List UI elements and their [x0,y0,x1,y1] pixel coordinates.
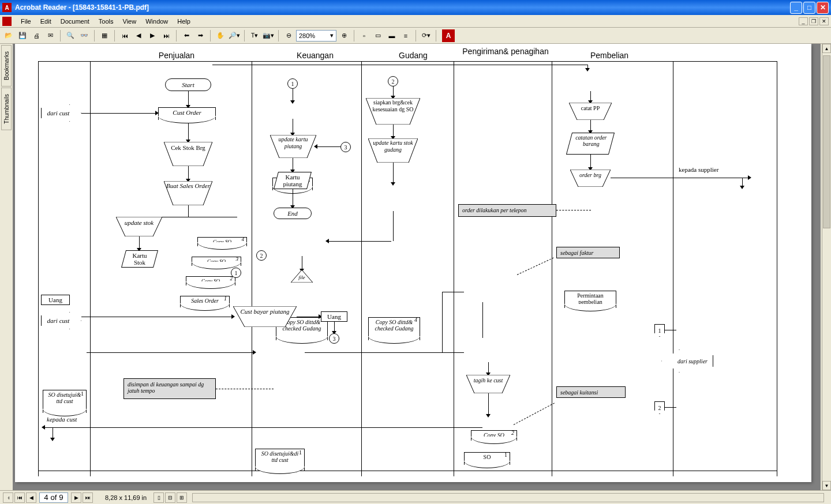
node-tagih-text: tagih ke cust [466,377,510,384]
search-icon[interactable]: 👓 [78,29,91,42]
window-title: Acrobat Reader - [15843-15841-1-PB.pdf] [15,3,789,12]
menu-file[interactable]: File [16,17,36,26]
app-icon: A [2,3,12,12]
nav-pane-icon[interactable]: ▦ [98,29,111,42]
menu-document[interactable]: Document [56,17,94,26]
scroll-up-icon[interactable]: ▲ [822,44,831,53]
next-page-status[interactable]: ▶ [71,492,81,503]
note-order: order dilakukan per telepon [458,204,556,217]
node-copy-so2: 2Copy SO [186,276,235,285]
layout3-icon[interactable]: ⊞ [177,492,187,503]
node-order-brg-text: order brg [570,172,611,179]
save-icon[interactable]: 💾 [16,29,29,42]
first-page-status[interactable]: ⏮ [14,492,25,503]
node-dari-cust2: dari cust [41,312,81,329]
horizontal-scrollbar[interactable] [192,493,824,502]
node-uang-in: Uang [41,295,70,305]
node-update-piutang-text: update kartu piutang [270,136,316,149]
fit-page-icon[interactable]: ▭ [372,29,384,42]
scroll-down-icon[interactable]: ▼ [822,481,831,490]
document-area[interactable]: Penjualan Keuangan Gudang Pengiriman& pe… [13,44,821,490]
zoom-tool-icon[interactable]: 🔎▾ [228,29,241,42]
scroll-thumb[interactable] [823,55,830,228]
adobe-logo-icon: A [442,29,455,42]
mdi-restore[interactable]: ❐ [809,17,818,25]
text-select-icon[interactable]: T▾ [248,29,261,42]
last-page-icon[interactable]: ⏭ [160,29,173,42]
thumbnails-tab[interactable]: Thumbnails [1,88,12,130]
node-so1: 1Sales Order [180,296,230,307]
fit-width-icon[interactable]: ▬ [385,29,398,42]
node-dari-cust1: dari cust [41,104,81,122]
note-faktur: sebagai faktur [556,247,620,258]
lane-gudang: Gudang [373,51,454,60]
connector-3-out: 3 [329,333,339,344]
prev-page-status[interactable]: ◀ [26,492,36,503]
statusbar: ⫞ ⏮ ◀ ▶ ⏭ 8,28 x 11,69 in ▯ ⊟ ⊞ [0,490,831,504]
bookmarks-tab[interactable]: Bookmarks [1,45,12,86]
offpage-1: 1 [654,324,665,337]
node-end: End [274,208,312,219]
zoom-level[interactable]: 280%▾ [296,30,336,42]
menu-tools[interactable]: Tools [94,17,118,26]
prev-page-icon[interactable]: ◀ [132,29,145,42]
menu-view[interactable]: View [118,17,141,26]
zoom-in-icon[interactable]: ⊕ [338,29,350,42]
node-catat-pp-text: catat PP [569,105,612,112]
actual-size-icon[interactable]: ▫ [358,29,370,42]
hand-tool-icon[interactable]: ✋ [214,29,227,42]
zoom-out-icon[interactable]: ⊖ [282,29,295,42]
node-cust-order: Cust Order [158,107,216,120]
close-button[interactable]: ✕ [817,2,829,14]
connector-2: 2 [388,76,398,86]
split-icon[interactable]: ⫞ [3,492,13,503]
mdi-close[interactable]: ✕ [819,17,829,25]
lane-pengiriman: Pengiriman& penagihan [459,47,552,56]
minimize-button[interactable]: _ [790,2,802,14]
node-kartu-stok: Kartu Stok [121,250,158,268]
connector-2-out: 2 [256,250,267,261]
layout2-icon[interactable]: ⊟ [165,492,175,503]
menu-window[interactable]: Window [141,17,173,26]
node-cust-bayar-text: Cust bayar piutang [233,308,297,315]
find-icon[interactable]: 🔍 [64,29,77,42]
page-dimensions: 8,28 x 11,69 in [105,494,147,501]
first-page-icon[interactable]: ⏮ [118,29,131,42]
node-siapkan-text: siapkan brg&cek kesesuaian dg SO [366,99,420,112]
last-page-status[interactable]: ⏭ [83,492,93,503]
node-copy-so-g: 4Copy SO dittd& checked Gudang [368,317,420,340]
node-uang-out: Uang [321,311,347,322]
print-icon[interactable]: 🖨 [30,29,43,42]
node-so1-p: 1SO [464,452,510,465]
next-page-icon[interactable]: ▶ [146,29,159,42]
back-icon[interactable]: ⬅ [180,29,193,42]
node-so-disetujui-k: 1SO disetujui&di ttd cust [255,449,305,471]
page-input[interactable] [39,492,68,503]
toolbar: 📂 💾 🖨 ✉ 🔍 👓 ▦ ⏮ ◀ ▶ ⏭ ⬅ ➡ ✋ 🔎▾ T▾ 📷▾ ⊖ 2… [0,28,831,44]
mail-icon[interactable]: ✉ [44,29,57,42]
node-kepada-supplier: kepada supplier [679,166,718,173]
menu-edit[interactable]: Edit [36,17,56,26]
node-cek-stok-text: Cek Stok Brg [164,144,212,152]
reflow-icon[interactable]: ≡ [399,29,412,42]
vertical-scrollbar[interactable]: ▲ ▼ [822,44,831,490]
menu-help[interactable]: Help [173,17,195,26]
connector-3-in: 3 [340,142,351,152]
rotate-icon[interactable]: ⟳▾ [420,29,432,42]
note-kuitansi: sebagai kuitansi [556,386,626,398]
node-kepada-cust: kepada cust [47,416,77,423]
node-file-text: file [291,274,313,280]
open-icon[interactable]: 📂 [2,29,15,42]
titlebar: A Acrobat Reader - [15843-15841-1-PB.pdf… [0,0,831,15]
node-update-gudang-text: update kartu stok gudang [368,140,418,153]
page: Penjualan Keuangan Gudang Pengiriman& pe… [15,44,811,482]
node-update-stok-text: update stok [116,219,162,227]
forward-icon[interactable]: ➡ [194,29,207,42]
maximize-button[interactable]: □ [803,2,815,14]
node-start: Start [165,78,211,91]
node-catatan-order: catatan order barang [566,133,615,155]
snapshot-icon[interactable]: 📷▾ [262,29,275,42]
layout1-icon[interactable]: ▯ [154,492,164,503]
mdi-minimize[interactable]: _ [799,17,808,25]
node-copy-so3: 3Copy SO [192,257,241,266]
